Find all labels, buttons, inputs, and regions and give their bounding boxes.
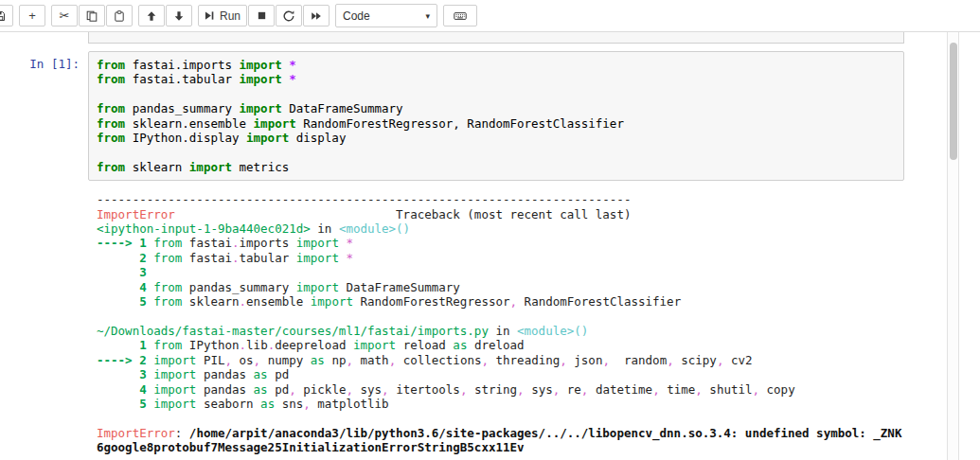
cell-output-traceback: ----------------------------------------… xyxy=(97,192,904,454)
output-line: 1 from IPython.lib.deepreload import rel… xyxy=(97,338,904,352)
insert-cell-button[interactable]: + xyxy=(19,5,45,27)
paste-icon xyxy=(114,10,125,22)
code-line: from fastai.imports import * xyxy=(97,58,896,72)
code-editor[interactable]: from fastai.imports import *from fastai.… xyxy=(97,58,896,174)
run-icon xyxy=(205,10,215,21)
output-line: ImportError Traceback (most recent call … xyxy=(97,207,904,221)
save-icon xyxy=(0,10,6,22)
output-line: ~/Downloads/fastai-master/courses/ml1/fa… xyxy=(97,324,904,338)
notebook-area: In [1]: from fastai.imports import *from… xyxy=(0,32,947,460)
output-line: <ipython-input-1-9ba440ec021d> in <modul… xyxy=(97,221,904,236)
output-line: ----> 1 from fastai.imports import * xyxy=(97,236,904,250)
arrow-down-icon xyxy=(173,10,185,22)
code-cell-input[interactable]: from fastai.imports import *from fastai.… xyxy=(88,51,904,181)
stop-icon xyxy=(257,10,267,21)
output-line: 3 import pandas as pd xyxy=(97,367,904,381)
interrupt-kernel-button[interactable] xyxy=(248,5,275,27)
output-line xyxy=(97,411,904,425)
input-prompt: In [1]: xyxy=(0,44,88,181)
toolbar: + ✂ Run xyxy=(0,0,980,32)
cut-icon: ✂ xyxy=(60,9,70,22)
restart-run-all-button[interactable] xyxy=(303,5,330,27)
code-line: from fastai.tabular import * xyxy=(97,72,896,86)
paste-cell-button[interactable] xyxy=(106,5,133,27)
jupyter-notebook-page: + ✂ Run xyxy=(0,0,980,460)
output-line: 4 import pandas as pd, pickle, sys, iter… xyxy=(97,382,904,397)
copy-cell-button[interactable] xyxy=(79,5,105,27)
chevron-down-icon: ▾ xyxy=(425,11,430,21)
output-line: 3 xyxy=(97,265,904,279)
code-line xyxy=(97,87,896,101)
code-line xyxy=(97,145,896,159)
cut-cell-button[interactable]: ✂ xyxy=(51,5,78,27)
fast-forward-icon xyxy=(311,10,322,22)
code-line: from sklearn.ensemble import RandomFores… xyxy=(97,116,896,131)
output-line: ImportError: /home/arpit/anaconda3/lib/p… xyxy=(97,426,904,455)
code-line: from IPython.display import display xyxy=(97,131,896,145)
save-button[interactable] xyxy=(0,5,13,27)
run-button-label: Run xyxy=(220,9,241,23)
run-cell-button[interactable]: Run xyxy=(198,5,247,27)
code-line: from sklearn import metrics xyxy=(97,160,896,174)
cell-type-value: Code xyxy=(343,9,370,23)
output-line: ----------------------------------------… xyxy=(97,192,904,206)
previous-cell-prompt xyxy=(0,32,88,44)
command-palette-button[interactable] xyxy=(443,5,477,27)
arrow-up-icon xyxy=(146,10,157,22)
cell-type-dropdown[interactable]: Code ▾ xyxy=(335,4,437,27)
output-line: 5 import seaborn as sns, matplotlib xyxy=(97,397,904,411)
move-cell-down-button[interactable] xyxy=(166,5,192,27)
code-line: from pandas_summary import DataFrameSumm… xyxy=(97,101,896,115)
output-row: ----------------------------------------… xyxy=(0,181,947,454)
output-line: ----> 2 import PIL, os, numpy as np, mat… xyxy=(97,353,904,367)
move-cell-up-button[interactable] xyxy=(138,5,165,27)
restart-icon xyxy=(283,10,294,22)
plus-icon: + xyxy=(28,9,36,22)
code-cell-row: In [1]: from fastai.imports import *from… xyxy=(0,44,947,181)
keyboard-icon xyxy=(454,10,467,22)
output-line: 5 from sklearn.ensemble import RandomFor… xyxy=(97,294,904,309)
output-line xyxy=(97,310,904,324)
copy-icon xyxy=(86,10,98,22)
output-line: 4 from pandas_summary import DataFrameSu… xyxy=(97,280,904,294)
output-line: 2 from fastai.tabular import * xyxy=(97,251,904,265)
scrollbar-thumb[interactable] xyxy=(950,43,957,160)
vertical-scrollbar[interactable] xyxy=(947,32,959,460)
output-prompt xyxy=(0,181,88,454)
previous-cell-partial[interactable] xyxy=(88,32,904,44)
restart-kernel-button[interactable] xyxy=(276,5,302,27)
previous-cell-row xyxy=(0,32,947,44)
